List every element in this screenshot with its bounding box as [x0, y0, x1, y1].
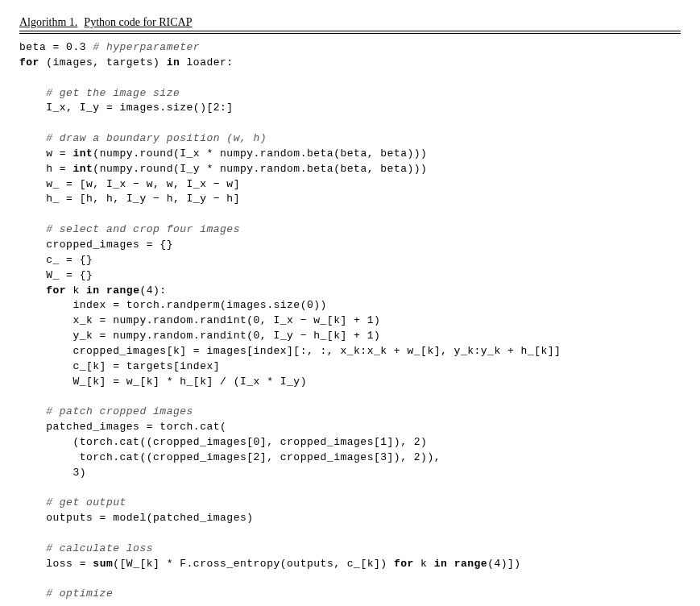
- code-line: patched_images = torch.cat(: [19, 421, 226, 433]
- code-line: c_[k] = targets[index]: [19, 360, 220, 372]
- algorithm-title: Python code for RICAP: [84, 16, 192, 29]
- code-line: h = int(numpy.round(I_y * numpy.random.b…: [19, 163, 427, 175]
- code-line: # get output: [19, 496, 126, 508]
- code-line: loss = sum([W_[k] * F.cross_entropy(outp…: [19, 558, 521, 570]
- code-line: cropped_images = {}: [19, 239, 173, 251]
- code-line: torch.cat((cropped_images[2], cropped_im…: [19, 451, 441, 463]
- code-line: index = torch.randperm(images.size(0)): [19, 299, 327, 311]
- code-line: (torch.cat((cropped_images[0], cropped_i…: [19, 436, 427, 448]
- code-line: for (images, targets) in loader:: [19, 56, 234, 68]
- code-line: # draw a boundary position (w, h): [19, 132, 267, 144]
- code-line: h_ = [h, h, I_y − h, I_y − h]: [19, 193, 240, 205]
- code-line: 3): [19, 467, 86, 479]
- code-line: w = int(numpy.round(I_x * numpy.random.b…: [19, 147, 427, 160]
- algorithm-header: Algorithm 1. Python code for RICAP: [19, 16, 681, 31]
- code-line: # optimize: [19, 587, 113, 600]
- code-line: c_ = {}: [19, 254, 93, 266]
- code-line: for k in range(4):: [19, 284, 167, 297]
- code-line: w_ = [w, I_x − w, w, I_x − w]: [19, 178, 240, 190]
- code-line: outputs = model(patched_images): [19, 512, 254, 524]
- code-line: x_k = numpy.random.randint(0, I_x − w_[k…: [19, 314, 380, 326]
- code-listing: beta = 0.3 # hyperparameter for (images,…: [19, 40, 681, 606]
- horizontal-rule: [19, 33, 681, 34]
- code-line: # select and crop four images: [19, 223, 240, 235]
- code-line: W_ = {}: [19, 269, 93, 281]
- code-line: I_x, I_y = images.size()[2:]: [19, 102, 234, 114]
- code-line: # get the image size: [19, 87, 180, 99]
- code-line: # calculate loss: [19, 542, 153, 554]
- code-line: # patch cropped images: [19, 405, 193, 417]
- code-line: cropped_images[k] = images[index][:, :, …: [19, 345, 561, 357]
- code-line: beta = 0.3 # hyperparameter: [19, 41, 200, 53]
- algorithm-label: Algorithm 1.: [19, 16, 77, 29]
- code-line: y_k = numpy.random.randint(0, I_y − h_[k…: [19, 330, 380, 342]
- code-line: ...: [19, 603, 66, 606]
- code-line: W_[k] = w_[k] * h_[k] / (I_x * I_y): [19, 376, 307, 388]
